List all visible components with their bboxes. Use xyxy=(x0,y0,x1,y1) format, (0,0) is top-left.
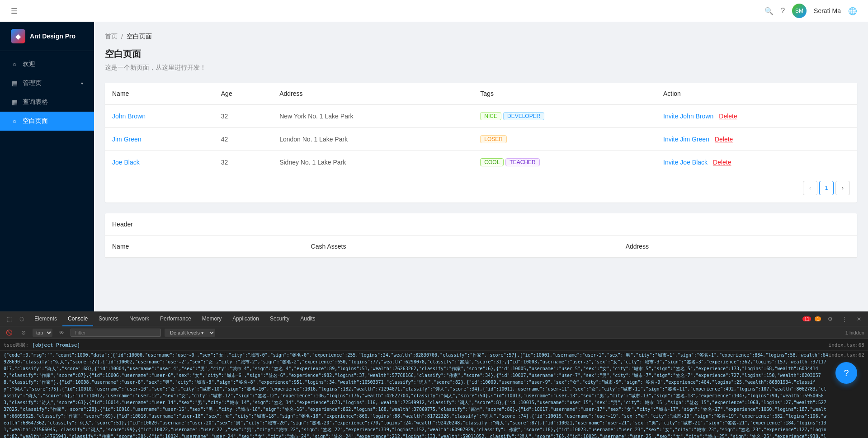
sidebar-menu: ○ 欢迎 ▤ 管理页 ▾ ▦ 查询表格 ○ 空白页面 xyxy=(0,51,94,311)
cell-name: Jim Green xyxy=(105,128,214,151)
breadcrumb-home[interactable]: 首页 xyxy=(105,33,118,41)
devtools-tab-elements[interactable]: Elements xyxy=(29,312,62,326)
sidebar-logo: ◆ Ant Design Pro xyxy=(0,22,94,51)
devtools-tab-memory[interactable]: Memory xyxy=(197,312,227,326)
delete-link[interactable]: Delete xyxy=(719,113,737,120)
invite-link[interactable]: Invite Joe Black xyxy=(663,159,708,166)
chevron-down-icon: ▾ xyxy=(81,81,83,86)
admin-icon: ▤ xyxy=(11,80,18,87)
table-row: John Brown32New York No. 1 Lake ParkNICE… xyxy=(105,105,857,128)
context-selector[interactable]: top xyxy=(33,329,52,337)
cell-action: Invite Joe BlackDelete xyxy=(656,151,857,174)
logo-icon: ◆ xyxy=(11,29,25,43)
table-row: Joe Black32Sidney No. 1 Lake ParkCOOLTEA… xyxy=(105,151,857,174)
devtools-tab-console[interactable]: Console xyxy=(62,312,93,326)
table-wrapper: Name Age Address Tags Action John Brown3… xyxy=(105,83,857,174)
header-left: ☰ xyxy=(11,7,17,15)
col2-cash: Cash Assets xyxy=(304,235,618,258)
table-row: Jim Green42London No. 1 Lake ParkLOSERIn… xyxy=(105,128,857,151)
sidebar-item-label: 空白页面 xyxy=(23,117,48,125)
search-icon[interactable]: 🔍 xyxy=(764,7,774,15)
second-table: Name Cash Assets Address xyxy=(105,235,857,258)
devtools-settings-icon[interactable]: ⚙ xyxy=(825,314,835,325)
cell-tags: LOSER xyxy=(473,128,656,151)
sidebar-item-blank[interactable]: ○ 空白页面 xyxy=(0,112,94,131)
name-link[interactable]: Joe Black xyxy=(112,159,140,166)
table-icon: ▦ xyxy=(11,99,18,106)
cell-name: Joe Black xyxy=(105,151,214,174)
file-ref-1[interactable]: index.tsx:68 xyxy=(829,342,864,349)
devtools-close-icon[interactable]: ✕ xyxy=(854,314,864,325)
cell-age: 32 xyxy=(214,151,272,174)
devtools-filter-icon[interactable]: ⊘ xyxy=(18,327,29,338)
devtools-more-icon[interactable]: ⋮ xyxy=(839,314,850,325)
delete-link[interactable]: Delete xyxy=(713,159,731,166)
logo-text: Ant Design Pro xyxy=(30,33,75,40)
delete-link[interactable]: Delete xyxy=(715,136,733,143)
devtools-top-bar: ⬚ ⬡ Elements Console Sources Network Per… xyxy=(0,312,868,326)
sidebar-item-label: 欢迎 xyxy=(23,60,35,68)
tag: TEACHER xyxy=(505,158,539,166)
globe-icon[interactable]: 🌐 xyxy=(848,7,857,15)
main-table-card: Name Age Address Tags Action John Brown3… xyxy=(105,83,857,203)
content-area: 首页 / 空白页面 空白页面 这是一个新页面，从这里进行开发！ Name xyxy=(94,22,868,311)
pagination-page-1[interactable]: 1 xyxy=(819,181,834,195)
menu-toggle-icon[interactable]: ☰ xyxy=(11,7,17,15)
pagination: ‹ 1 › xyxy=(803,181,850,195)
sidebar: ◆ Ant Design Pro ○ 欢迎 ▤ 管理页 ▾ ▦ 查询表格 xyxy=(0,22,94,311)
page-title: 空白页面 xyxy=(105,48,857,60)
breadcrumb-separator: / xyxy=(121,33,123,40)
devtools-tab-sources[interactable]: Sources xyxy=(93,312,124,326)
pagination-prev[interactable]: ‹ xyxy=(803,181,817,195)
app-container: ☰ 🔍 ? SM Serati Ma 🌐 ◆ Ant Design Pro ○ … xyxy=(0,0,868,438)
devtools-tab-security[interactable]: Security xyxy=(264,312,295,326)
devtools-tab-performance[interactable]: Performance xyxy=(155,312,197,326)
main-layout: ◆ Ant Design Pro ○ 欢迎 ▤ 管理页 ▾ ▦ 查询表格 xyxy=(0,22,868,311)
sidebar-item-welcome[interactable]: ○ 欢迎 xyxy=(0,55,94,74)
file-ref-2[interactable]: index.tsx:62 xyxy=(829,352,864,359)
warn-count-badge: 1 xyxy=(815,316,821,321)
question-icon[interactable]: ? xyxy=(781,7,785,15)
console-filter-input[interactable] xyxy=(71,329,161,337)
cell-address: London No. 1 Lake Park xyxy=(272,128,473,151)
breadcrumb-current: 空白页面 xyxy=(127,33,152,41)
devtools-device-icon[interactable]: ⬡ xyxy=(16,314,27,325)
devtools-clear-icon[interactable]: 🚫 xyxy=(4,327,14,338)
sidebar-item-admin[interactable]: ▤ 管理页 ▾ xyxy=(0,74,94,93)
col-tags: Tags xyxy=(473,83,656,105)
invite-link[interactable]: Invite Jim Green xyxy=(663,136,709,143)
header-right: 🔍 ? SM Serati Ma 🌐 xyxy=(764,4,857,18)
sidebar-item-label: 管理页 xyxy=(23,79,42,87)
console-value-2: {"code":0,"msg":"","count":1000,"data":[… xyxy=(4,352,829,438)
hidden-count: 1 hidden xyxy=(845,330,864,335)
devtools-content: tsee数据: [object Promise] index.tsx:68 {"… xyxy=(0,339,868,438)
cell-action: Invite John BrownDelete xyxy=(656,105,857,128)
devtools-tab-network[interactable]: Network xyxy=(124,312,155,326)
name-link[interactable]: Jim Green xyxy=(112,136,142,143)
avatar: SM xyxy=(792,4,807,18)
pagination-next[interactable]: › xyxy=(835,181,850,195)
devtools-tab-application[interactable]: Application xyxy=(227,312,264,326)
user-name[interactable]: Serati Ma xyxy=(814,7,841,14)
name-link[interactable]: John Brown xyxy=(112,113,146,120)
devtools-controls-bar: 🚫 ⊘ top 👁 Default levels ▾ 1 hidden xyxy=(0,326,868,339)
col-address: Address xyxy=(272,83,473,105)
devtools-eye-icon[interactable]: 👁 xyxy=(56,327,67,338)
invite-link[interactable]: Invite John Brown xyxy=(663,113,713,120)
col-age: Age xyxy=(214,83,272,105)
devtools-inspect-icon[interactable]: ⬚ xyxy=(4,314,14,325)
cell-tags: COOLTEACHER xyxy=(473,151,656,174)
sidebar-item-label: 查询表格 xyxy=(23,98,48,106)
cell-age: 32 xyxy=(214,105,272,128)
console-value: [object Promise] xyxy=(32,342,828,349)
devtools-tab-audits[interactable]: Audits xyxy=(295,312,321,326)
log-level-selector[interactable]: Default levels ▾ xyxy=(165,329,215,337)
sidebar-item-table[interactable]: ▦ 查询表格 xyxy=(0,93,94,112)
error-count-badge: 11 xyxy=(802,316,811,321)
tag: COOL xyxy=(480,158,504,166)
col2-address: Address xyxy=(618,235,857,258)
cell-address: New York No. 1 Lake Park xyxy=(272,105,473,128)
cell-age: 42 xyxy=(214,128,272,151)
tag: LOSER xyxy=(480,135,507,143)
breadcrumb: 首页 / 空白页面 xyxy=(105,33,857,41)
